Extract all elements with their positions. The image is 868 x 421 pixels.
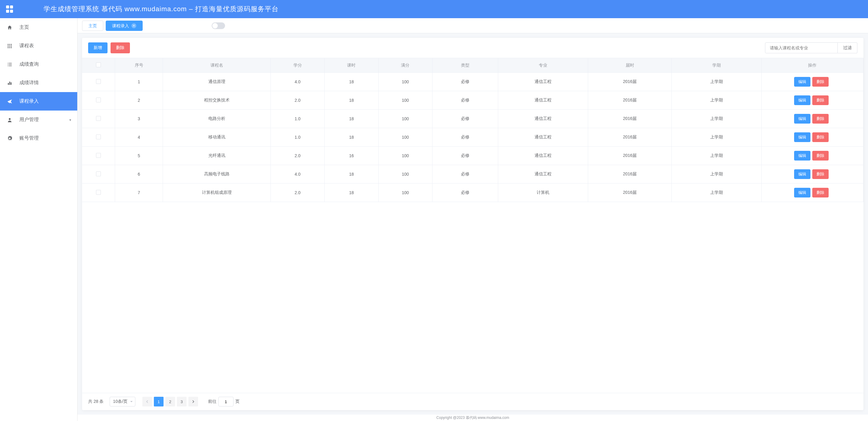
cell-name: 计算机组成原理 — [163, 184, 271, 202]
table-row: 3 电路分析 1.0 18 100 必修 通信工程 2016届 上学期 编辑删除 — [82, 110, 864, 128]
sidebar-item-label: 课程录入 — [20, 98, 71, 104]
sidebar-item-home[interactable]: 主页 — [0, 18, 77, 37]
sidebar-item-list[interactable]: 成绩查询 — [0, 55, 77, 73]
tab-course-entry[interactable]: 课程录入 × — [106, 21, 143, 31]
cell-major: 通信工程 — [498, 91, 588, 110]
theme-toggle[interactable] — [212, 22, 225, 29]
cell-type: 必修 — [432, 73, 498, 91]
sidebar-item-user[interactable]: 用户管理▾ — [0, 111, 77, 129]
jump-input[interactable] — [218, 397, 234, 407]
column-header: 专业 — [498, 58, 588, 73]
delete-row-button[interactable]: 删除 — [812, 132, 829, 142]
sidebar-item-grid[interactable]: 课程表 — [0, 37, 77, 55]
sidebar-item-chart[interactable]: 成绩详情 — [0, 73, 77, 92]
app-header: 学生成绩管理系统 慕代码 www.mudaima.com – 打造海量优质源码服… — [0, 0, 868, 18]
svg-rect-4 — [9, 46, 10, 46]
svg-rect-10 — [9, 63, 12, 63]
column-header: 满分 — [378, 58, 432, 73]
add-button[interactable]: 新增 — [88, 42, 107, 53]
edit-button[interactable]: 编辑 — [794, 77, 810, 87]
row-checkbox[interactable] — [96, 172, 101, 176]
sidebar-item-label: 用户管理 — [20, 117, 69, 123]
cell-index: 2 — [115, 91, 163, 110]
edit-button[interactable]: 编辑 — [794, 169, 810, 179]
delete-row-button[interactable]: 删除 — [812, 169, 829, 179]
svg-rect-15 — [8, 83, 9, 85]
sidebar-item-gear[interactable]: 账号管理 — [0, 129, 77, 148]
filter-button[interactable]: 过滤 — [838, 42, 858, 53]
delete-button[interactable]: 删除 — [111, 42, 130, 53]
tab-label: 课程录入 — [112, 21, 129, 31]
app-logo-icon — [6, 5, 13, 13]
sidebar: 主页课程表成绩查询成绩详情课程录入用户管理▾账号管理 — [0, 18, 78, 421]
edit-button[interactable]: 编辑 — [794, 151, 810, 160]
cell-year: 2016届 — [588, 165, 672, 184]
delete-row-button[interactable]: 删除 — [812, 151, 829, 160]
svg-rect-16 — [9, 82, 10, 85]
delete-row-button[interactable]: 删除 — [812, 114, 829, 124]
svg-rect-6 — [7, 47, 8, 48]
send-icon — [6, 99, 13, 104]
row-checkbox[interactable] — [96, 190, 101, 195]
cell-index: 4 — [115, 128, 163, 147]
svg-rect-11 — [7, 64, 8, 65]
row-checkbox[interactable] — [96, 79, 101, 84]
cell-year: 2016届 — [588, 147, 672, 165]
cell-name: 通信原理 — [163, 73, 271, 91]
svg-rect-0 — [7, 44, 8, 45]
cell-term: 上学期 — [672, 147, 762, 165]
cell-credit: 2.0 — [271, 91, 325, 110]
cell-credit: 4.0 — [271, 165, 325, 184]
edit-button[interactable]: 编辑 — [794, 114, 810, 124]
svg-rect-12 — [9, 64, 12, 65]
delete-row-button[interactable]: 删除 — [812, 95, 829, 105]
cell-index: 1 — [115, 73, 163, 91]
toolbar: 新增 删除 过滤 — [82, 38, 864, 58]
row-checkbox[interactable] — [96, 134, 101, 139]
sidebar-item-send[interactable]: 课程录入 — [0, 92, 77, 111]
svg-rect-13 — [7, 65, 8, 66]
cell-major: 计算机 — [498, 184, 588, 202]
cell-term: 上学期 — [672, 91, 762, 110]
cell-major: 通信工程 — [498, 165, 588, 184]
search-input[interactable] — [765, 42, 838, 53]
next-page-button[interactable] — [188, 397, 198, 407]
cell-name: 程控交换技术 — [163, 91, 271, 110]
row-checkbox[interactable] — [96, 97, 101, 102]
cell-name: 光纤通讯 — [163, 147, 271, 165]
edit-button[interactable]: 编辑 — [794, 95, 810, 105]
page-button[interactable]: 1 — [154, 397, 163, 407]
table-row: 2 程控交换技术 2.0 18 100 必修 通信工程 2016届 上学期 编辑… — [82, 91, 864, 110]
chevron-down-icon: ▾ — [69, 118, 71, 122]
cell-type: 必修 — [432, 165, 498, 184]
row-checkbox[interactable] — [96, 116, 101, 121]
edit-button[interactable]: 编辑 — [794, 188, 810, 198]
sidebar-item-label: 成绩查询 — [20, 61, 71, 67]
cell-index: 5 — [115, 147, 163, 165]
footer: Copyright @2023 慕代码 www.mudaima.com — [78, 415, 868, 421]
row-checkbox[interactable] — [96, 153, 101, 158]
page-size-select[interactable]: 10条/页 — [110, 397, 135, 407]
cell-name: 高频电子线路 — [163, 165, 271, 184]
delete-row-button[interactable]: 删除 — [812, 188, 829, 198]
cell-credit: 4.0 — [271, 73, 325, 91]
cell-term: 上学期 — [672, 110, 762, 128]
close-icon[interactable]: × — [131, 23, 136, 28]
cell-major: 通信工程 — [498, 147, 588, 165]
delete-row-button[interactable]: 删除 — [812, 77, 829, 87]
jump-suffix: 页 — [235, 399, 240, 404]
cell-full: 100 — [378, 147, 432, 165]
cell-term: 上学期 — [672, 165, 762, 184]
select-all-checkbox[interactable] — [96, 62, 101, 67]
cell-full: 100 — [378, 110, 432, 128]
prev-page-button[interactable] — [142, 397, 152, 407]
sidebar-item-label: 账号管理 — [20, 135, 71, 142]
edit-button[interactable]: 编辑 — [794, 132, 810, 142]
page-button[interactable]: 3 — [177, 397, 187, 407]
pagination-total: 共 28 条 — [88, 399, 103, 404]
column-header: 学期 — [672, 58, 762, 73]
page-button[interactable]: 2 — [165, 397, 175, 407]
cell-type: 必修 — [432, 128, 498, 147]
cell-type: 必修 — [432, 110, 498, 128]
tab-home[interactable]: 主页 — [82, 21, 103, 31]
